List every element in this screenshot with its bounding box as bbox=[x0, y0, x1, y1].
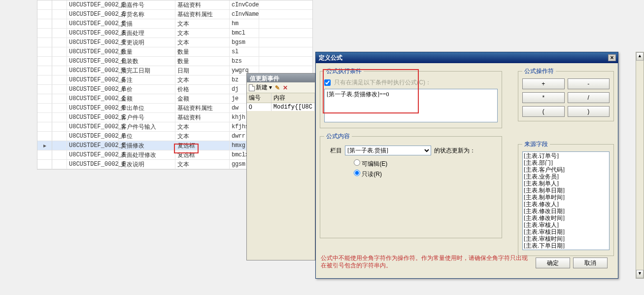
table-row[interactable]: U8CUSTDEF_0002_E数量数量sl bbox=[37, 47, 312, 57]
condition-legend: 公式执行条件 bbox=[324, 67, 364, 75]
radio-editable[interactable] bbox=[354, 159, 360, 166]
operators-group: 公式操作符 +-*/() bbox=[518, 67, 614, 121]
cell-code: U8CUSTDEF_0002_E bbox=[67, 75, 119, 84]
event-row-content: Modify{[U8C bbox=[271, 103, 315, 111]
table-row[interactable]: U8CUSTDEF_0002_E货描文本hm bbox=[37, 19, 312, 29]
row-selector[interactable] bbox=[37, 38, 52, 47]
row-selector[interactable] bbox=[37, 0, 52, 9]
cell-type: 文本 bbox=[175, 38, 230, 47]
row-selector[interactable] bbox=[37, 10, 52, 19]
cell-type: 基础资料 bbox=[175, 0, 230, 9]
operator-button[interactable]: / bbox=[568, 92, 610, 103]
row-selector[interactable] bbox=[37, 66, 52, 75]
operators-legend: 公式操作符 bbox=[522, 67, 556, 75]
value-update-event-panel: 值更新事件 新建 ▾ ✎ ✕ 编号 内容 0 Modify{[U8C bbox=[246, 73, 315, 260]
source-field-item[interactable]: [主表.修改日期] bbox=[524, 208, 608, 215]
cell-name: 包装数 bbox=[119, 57, 175, 66]
cell-type: 日期 bbox=[175, 66, 230, 75]
new-button[interactable]: 新建 ▾ bbox=[249, 83, 272, 92]
cell-type: 文本 bbox=[175, 122, 230, 131]
source-field-item[interactable]: [主表.制单日期] bbox=[524, 187, 608, 194]
table-row[interactable]: U8CUSTDEF_0002_E励嘉件号基础资料cInvCode bbox=[37, 0, 312, 10]
table-row[interactable]: U8CUSTDEF_0002_E包装数数量bzs bbox=[37, 57, 312, 66]
scroll-down-icon[interactable]: ▼ bbox=[636, 270, 644, 278]
cell-type: 文本 bbox=[175, 19, 230, 28]
cell-name: 更改说明 bbox=[119, 160, 175, 169]
source-field-item[interactable]: [主表.交货条件] bbox=[524, 249, 608, 250]
table-row[interactable]: U8CUSTDEF_0002_E变更说明文本bgsm bbox=[37, 38, 312, 47]
warning-text: 公式中不能使用全角字符作为操作符。作为常量使用时，请确保全角字符只出现在被引号包… bbox=[321, 255, 533, 269]
radio-readonly-label[interactable]: 只读(R) bbox=[354, 170, 498, 179]
radio-readonly[interactable] bbox=[354, 170, 360, 176]
row-selector[interactable] bbox=[37, 19, 52, 28]
row-selector[interactable] bbox=[37, 75, 52, 84]
cell-code: U8CUSTDEF_0002_E bbox=[67, 0, 119, 9]
outer-scrollbar[interactable]: ▲ ▼ bbox=[636, 52, 644, 279]
source-field-item[interactable]: [主表.下单日期] bbox=[524, 242, 608, 249]
operator-button[interactable]: * bbox=[522, 92, 565, 103]
row-selector[interactable] bbox=[37, 29, 52, 37]
cell-code: U8CUSTDEF_0002_E bbox=[67, 113, 119, 122]
close-icon[interactable]: × bbox=[608, 54, 616, 61]
condition-checkbox-label[interactable]: 只有在满足以下条件时执行公式(C)： bbox=[324, 79, 431, 86]
event-hdr-content: 内容 bbox=[271, 93, 315, 103]
content-group: 公式内容 栏目 [第一子表.货描] 的状态更新为： 可编辑(E) 只读(R) bbox=[320, 132, 502, 238]
ok-button[interactable]: 确定 bbox=[536, 258, 570, 268]
cell-code: U8CUSTDEF_0002_E bbox=[67, 57, 119, 66]
source-field-item[interactable]: [主表.部门] bbox=[524, 159, 608, 166]
source-field-item[interactable]: [主表.审核人] bbox=[524, 221, 608, 228]
row-selector[interactable] bbox=[37, 113, 52, 122]
table-row[interactable]: U8CUSTDEF_0002_E存货名称基础资料属性cInvName bbox=[37, 10, 312, 19]
cell-name: 数量 bbox=[119, 47, 175, 56]
cell-name: 表面处理修改 bbox=[119, 150, 175, 159]
source-field-list[interactable]: [主表.订单号][主表.部门][主表.客户代码][主表.业务员][主表.制单人]… bbox=[522, 151, 610, 250]
radio-editable-label[interactable]: 可编辑(E) bbox=[354, 159, 498, 168]
scroll-up-icon[interactable]: ▲ bbox=[636, 52, 644, 61]
row-selector[interactable] bbox=[37, 104, 52, 112]
row-selector[interactable] bbox=[37, 57, 52, 66]
cell-blank bbox=[52, 104, 67, 112]
operator-button[interactable]: ( bbox=[522, 106, 565, 117]
source-field-item[interactable]: [主表.制单人] bbox=[524, 180, 608, 187]
event-panel-title: 值更新事件 bbox=[247, 74, 315, 82]
cell-type: 数量 bbox=[175, 57, 230, 66]
cell-type: 价格 bbox=[175, 85, 230, 94]
cell-blank bbox=[52, 47, 67, 56]
row-selector[interactable]: ▸ bbox=[37, 141, 52, 150]
row-selector[interactable] bbox=[37, 160, 52, 169]
cell-code: U8CUSTDEF_0002_E bbox=[67, 150, 119, 159]
source-field-item[interactable]: [主表.客户代码] bbox=[524, 166, 608, 173]
cell-code: U8CUSTDEF_0002_E bbox=[67, 10, 119, 19]
row-selector[interactable] bbox=[37, 150, 52, 159]
condition-checkbox[interactable] bbox=[324, 79, 331, 86]
source-field-item[interactable]: [主表.修改时间] bbox=[524, 215, 608, 221]
source-field-item[interactable]: [主表.制单时间] bbox=[524, 194, 608, 201]
delete-button[interactable]: ✕ bbox=[283, 84, 288, 91]
dialog-titlebar[interactable]: 定义公式 × bbox=[316, 52, 618, 63]
cell-type: 基础资料属性 bbox=[175, 104, 230, 112]
source-field-item[interactable]: [主表.订单号] bbox=[524, 152, 608, 159]
cell-blank bbox=[52, 160, 67, 169]
event-grid-row[interactable]: 0 Modify{[U8C bbox=[247, 103, 315, 111]
cell-type: 基础资料属性 bbox=[175, 10, 230, 19]
operator-button[interactable]: + bbox=[522, 78, 565, 89]
source-field-item[interactable]: [主表.审核日期] bbox=[524, 228, 608, 235]
table-row[interactable]: U8CUSTDEF_0002_E表面处理文本bmcl bbox=[37, 29, 312, 38]
cancel-button[interactable]: 取消 bbox=[573, 258, 608, 268]
row-selector[interactable] bbox=[37, 122, 52, 131]
source-field-item[interactable]: [主表.审核时间] bbox=[524, 235, 608, 242]
operator-button[interactable]: - bbox=[568, 78, 610, 89]
condition-textarea[interactable]: [第一子表.货描修改]==0 bbox=[324, 89, 498, 122]
source-legend: 来源字段 bbox=[522, 140, 550, 148]
row-selector[interactable] bbox=[37, 94, 52, 103]
row-selector[interactable] bbox=[37, 85, 52, 94]
cell-field: bmcl bbox=[230, 29, 259, 37]
cell-type: 文本 bbox=[175, 132, 230, 141]
row-selector[interactable] bbox=[37, 47, 52, 56]
operator-button[interactable]: ) bbox=[568, 106, 610, 117]
source-field-item[interactable]: [主表.修改人] bbox=[524, 201, 608, 208]
field-select[interactable]: [第一子表.货描] bbox=[345, 146, 431, 155]
row-selector[interactable] bbox=[37, 132, 52, 141]
source-field-item[interactable]: [主表.业务员] bbox=[524, 173, 608, 180]
edit-button[interactable]: ✎ bbox=[275, 84, 280, 91]
